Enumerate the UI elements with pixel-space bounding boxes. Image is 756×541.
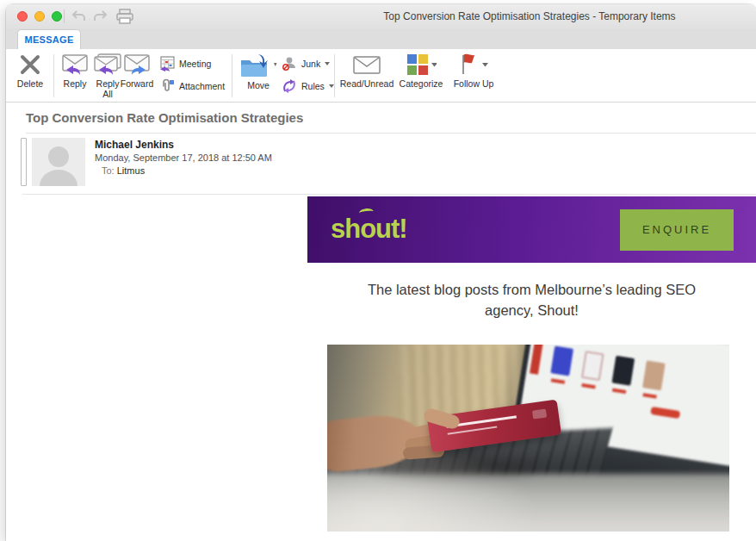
print-icon[interactable] (115, 9, 134, 24)
redo-icon[interactable] (91, 9, 108, 24)
read-unread-envelope-icon (352, 53, 381, 76)
unread-flag-bar[interactable] (21, 138, 27, 186)
subject-bar: Top Conversion Rate Optimisation Strateg… (6, 103, 756, 134)
move-folder-icon (239, 53, 277, 78)
junk-button[interactable]: Junk (282, 56, 330, 72)
sender-name[interactable]: Michael Jenkins (95, 139, 272, 152)
minimize-button[interactable] (34, 11, 45, 22)
sender-header: Michael Jenkins Monday, September 17, 20… (6, 134, 756, 195)
forward-envelope-icon (123, 53, 151, 76)
dropdown-caret-icon (329, 84, 334, 88)
message-subject: Top Conversion Rate Optimisation Strateg… (26, 110, 303, 125)
attachment-button[interactable]: Attachment (159, 78, 225, 94)
attachment-paperclip-icon (159, 78, 175, 94)
read-unread-button[interactable]: Read/Unread (338, 53, 395, 89)
shout-logo[interactable]: shout! (331, 213, 407, 244)
email-body: shout! ENQUIRE The latest blog posts fro… (6, 195, 756, 541)
credit-card-online-shopping-photo[interactable]: UP TO 70% OFF (327, 345, 729, 532)
message-date: Monday, September 17, 2018 at 12:50 AM (95, 152, 272, 165)
ribbon-tab-row: MESSAGE (6, 28, 756, 49)
outlook-message-window: Top Conversion Rate Optimisation Strateg… (6, 4, 756, 541)
meeting-calendar-icon (159, 56, 175, 72)
dropdown-caret-icon (325, 62, 330, 65)
tab-message[interactable]: MESSAGE (17, 29, 81, 49)
rules-button[interactable]: Rules (282, 78, 334, 94)
categorize-squares-icon (406, 53, 437, 76)
junk-blocked-sender-icon (282, 56, 297, 72)
ribbon-divider (334, 54, 335, 97)
email-headline: The latest blog posts from Melbourne’s l… (307, 280, 756, 321)
follow-up-flag-icon (456, 53, 491, 76)
zoom-button[interactable] (52, 11, 62, 22)
ribbon-divider (53, 54, 54, 97)
follow-up-button[interactable]: Follow Up (452, 53, 495, 89)
delete-x-icon (19, 53, 41, 76)
undo-icon[interactable] (71, 9, 88, 24)
titlebar: Top Conversion Rate Optimisation Strateg… (6, 4, 756, 28)
rules-arrows-icon (282, 78, 297, 94)
reply-button[interactable]: Reply (58, 53, 92, 89)
delete-button[interactable]: Delete (13, 53, 47, 89)
forward-button[interactable]: Forward (118, 53, 156, 89)
enquire-button[interactable]: ENQUIRE (620, 209, 734, 251)
ribbon-divider (232, 54, 232, 97)
meeting-button[interactable]: Meeting (159, 56, 211, 72)
reply-envelope-icon (61, 53, 89, 76)
ribbon-toolbar: Delete Reply Reply All Forward Mee (6, 49, 756, 103)
logo-swoosh-icon (359, 208, 375, 217)
window-controls (17, 11, 62, 22)
move-button[interactable]: Move (239, 53, 278, 90)
email-brand-banner: shout! ENQUIRE (307, 196, 756, 263)
close-button[interactable] (17, 11, 28, 22)
recipient-chip[interactable]: Litmus (117, 165, 145, 176)
to-label: To: (102, 165, 115, 176)
window-title: Top Conversion Rate Optimisation Strateg… (383, 4, 675, 28)
sender-avatar (32, 138, 85, 186)
categorize-button[interactable]: Categorize (395, 53, 447, 89)
titlebar-divider (64, 9, 65, 23)
